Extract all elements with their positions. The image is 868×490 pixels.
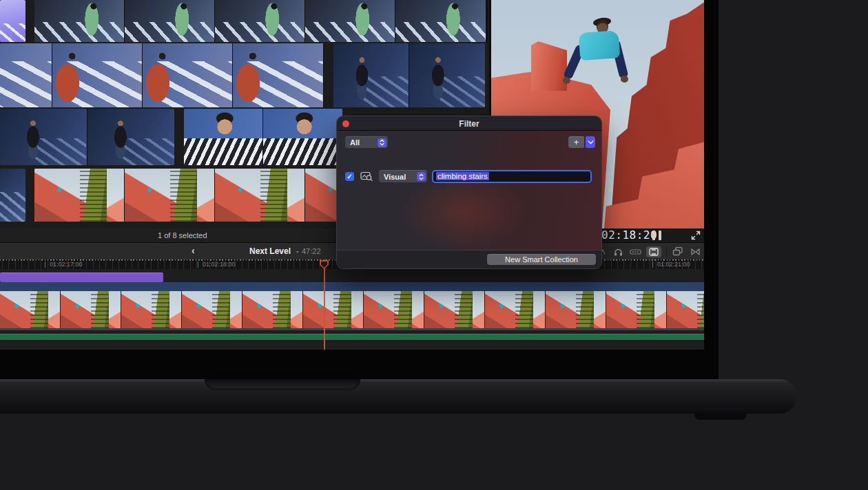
macbook-foot (694, 413, 747, 420)
ruler-timecode: 01:02:17:00 (45, 262, 83, 268)
clip-red-coat[interactable] (0, 43, 324, 107)
filter-rule-row: ✓ Visual climbing stairs (345, 169, 592, 183)
person-hand (563, 77, 570, 84)
filmstrip-frame[interactable] (0, 0, 25, 42)
ruler-timecode: 01:02:18:00 (198, 262, 236, 268)
viewer-timecode: 02:18:20 (601, 228, 657, 242)
filmstrip-frame[interactable] (395, 0, 486, 42)
clip-blue-stairs-partial[interactable] (0, 169, 25, 222)
popup-chevrons-icon (378, 138, 386, 147)
connect-clips-icon[interactable] (672, 246, 684, 257)
search-text-input[interactable]: climbing stairs (432, 170, 592, 183)
filmstrip-frame[interactable] (215, 169, 305, 222)
toolbar-divider (666, 246, 667, 257)
timeline-clip-filmstrip (0, 291, 704, 328)
filmstrip-frame[interactable] (333, 43, 409, 107)
project-duration: 47:22 (302, 247, 321, 255)
expand-fullscreen-icon[interactable] (691, 231, 701, 240)
timeline-audio-clip[interactable] (0, 334, 704, 340)
filmstrip-frame[interactable] (125, 169, 215, 222)
add-rule-chevron-button[interactable] (586, 136, 595, 148)
filmstrip-frame[interactable] (409, 43, 485, 107)
pause-icon[interactable] (652, 231, 661, 240)
filmstrip-frame[interactable] (0, 43, 52, 107)
person-teal-shirt (579, 30, 621, 61)
timeline-filmstrip-frame[interactable] (0, 291, 61, 328)
clip-purple-title[interactable] (0, 0, 25, 42)
timeline-filmstrip-frame[interactable] (121, 291, 182, 328)
project-title[interactable]: Next Level (249, 246, 291, 256)
macbook-deck (0, 379, 797, 414)
rule-type-popup[interactable]: Visual (379, 170, 427, 182)
new-smart-collection-button[interactable]: New Smart Collection (487, 254, 596, 265)
filmstrip-frame[interactable] (143, 43, 233, 107)
timeline-filmstrip-frame[interactable] (606, 291, 667, 328)
person-hand (621, 76, 628, 83)
filmstrip-frame[interactable] (125, 0, 215, 42)
timeline-tracks (0, 269, 704, 350)
selection-count-text: 1 of 8 selected (158, 231, 207, 239)
solo-headphones-icon[interactable] (612, 246, 624, 257)
timeline-video-clip[interactable] (0, 282, 704, 330)
timeline-filmstrip-frame[interactable] (546, 291, 606, 328)
macbook-lid-notch (205, 379, 360, 390)
timeline-filmstrip-frame[interactable] (242, 291, 303, 328)
add-rule-control: + (568, 136, 595, 148)
visual-search-icon (360, 171, 373, 182)
timeline-filmstrip-frame[interactable] (303, 291, 364, 328)
audio-clip-icon[interactable] (629, 246, 641, 257)
filmstrip-frame[interactable] (34, 169, 125, 222)
timeline-clip-border (0, 328, 704, 330)
rule-type-value: Visual (384, 173, 406, 181)
timeline-filmstrip-frame[interactable] (424, 291, 485, 328)
filmstrip-frame[interactable] (0, 169, 25, 222)
back-chevron-icon[interactable]: ‹ (192, 245, 195, 256)
timeline-filmstrip-frame[interactable] (485, 291, 546, 328)
clip-dark-shirt[interactable] (333, 43, 485, 107)
filter-dialog-title: Filter (337, 119, 601, 129)
clip-dark-shirt-2[interactable] (0, 109, 174, 165)
filmstrip-frame[interactable] (184, 109, 263, 165)
scope-popup-value: All (350, 138, 360, 147)
filter-dialog-footer: New Smart Collection (337, 250, 601, 268)
selected-search-text: climbing stairs (436, 172, 489, 180)
filmstrip-frame[interactable] (215, 0, 305, 42)
filter-dialog: Filter All + ✓ Visual (336, 116, 602, 269)
timeline-filmstrip-frame[interactable] (364, 291, 424, 328)
filmstrip-frame[interactable] (87, 109, 175, 165)
viewer-person (557, 19, 633, 98)
playhead-line[interactable] (324, 259, 325, 350)
timeline-title-clip[interactable] (0, 273, 163, 282)
rule-enabled-checkbox[interactable]: ✓ (345, 172, 354, 181)
filmstrip-view-icon[interactable] (646, 246, 661, 257)
skimming-bowtie-icon[interactable] (689, 246, 701, 257)
filmstrip-frame[interactable] (34, 0, 125, 42)
filmstrip-frame[interactable] (263, 109, 342, 165)
filmstrip-frame[interactable] (52, 43, 143, 107)
timeline-filmstrip-frame[interactable] (667, 291, 704, 328)
marketing-scene: 1 of 8 selected 02:18:20 (0, 0, 868, 490)
chevron-down-icon[interactable]: ⌄ (295, 247, 300, 254)
filmstrip-frame[interactable] (233, 43, 323, 107)
filmstrip-frame[interactable] (305, 0, 395, 42)
filter-dialog-titlebar[interactable]: Filter (337, 116, 601, 131)
filter-dialog-body: All + ✓ Visual (337, 131, 601, 250)
scope-popup[interactable]: All (345, 136, 388, 148)
clip-selfie[interactable] (184, 109, 342, 165)
timeline-filmstrip-frame[interactable] (182, 291, 242, 328)
filmstrip-frame[interactable] (0, 109, 87, 165)
clip-green-dress[interactable] (34, 0, 488, 42)
popup-chevrons-icon (417, 172, 426, 181)
ruler-timecode: 01:02:21:00 (652, 262, 690, 268)
timeline-filmstrip-frame[interactable] (61, 291, 121, 328)
add-rule-button[interactable]: + (568, 136, 584, 148)
